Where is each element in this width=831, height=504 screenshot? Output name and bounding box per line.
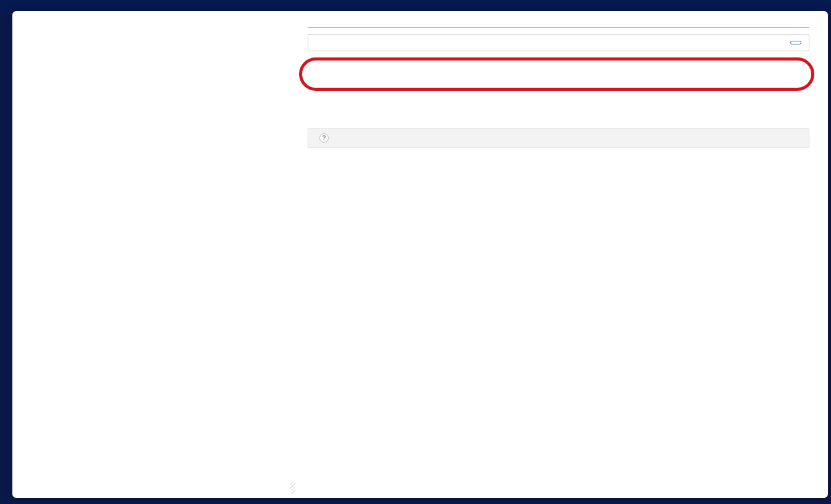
background-title <box>0 0 831 11</box>
detail-panel: ? <box>295 11 828 498</box>
postcoordination-header: ? <box>308 128 809 148</box>
entity-title <box>308 23 809 28</box>
panel-resizer[interactable] <box>290 482 295 494</box>
select-button[interactable] <box>790 41 801 44</box>
code-box <box>308 34 809 51</box>
exclusions-list <box>308 99 809 112</box>
selected-term-highlight <box>299 57 814 91</box>
tree-panel <box>12 11 290 498</box>
modal-dialog: ? <box>12 11 828 498</box>
help-icon[interactable]: ? <box>319 133 329 143</box>
